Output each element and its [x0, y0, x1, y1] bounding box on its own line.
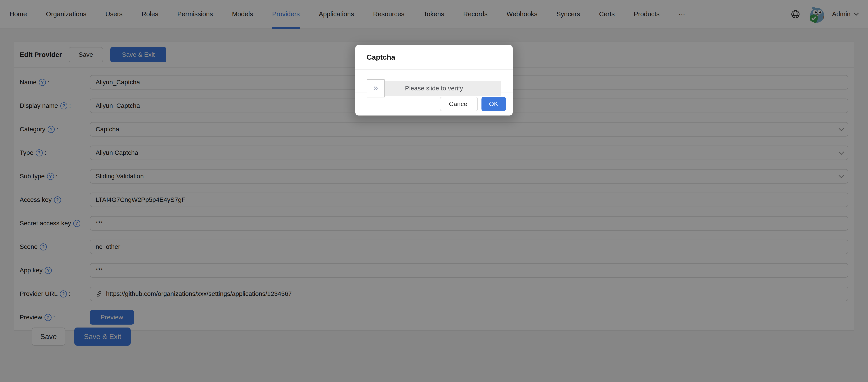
- modal-title: Captcha: [367, 53, 395, 62]
- modal-header-divider: [355, 69, 513, 70]
- captcha-slider-handle[interactable]: »: [367, 79, 385, 97]
- double-right-icon: »: [373, 84, 378, 92]
- captcha-slider-track: Please slide to verify: [367, 81, 501, 96]
- ok-button[interactable]: OK: [482, 97, 506, 111]
- cancel-button[interactable]: Cancel: [440, 97, 477, 111]
- captcha-modal: Captcha Please slide to verify » Cancel …: [355, 45, 513, 116]
- slider-hint-text: Please slide to verify: [367, 81, 501, 96]
- modal-footer: Cancel OK: [440, 97, 506, 111]
